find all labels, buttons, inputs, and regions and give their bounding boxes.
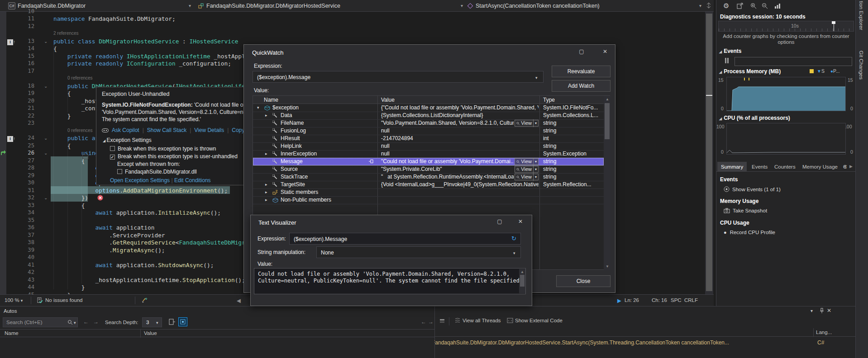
watch-row--exception[interactable]: ▾$exception{"Could not load file or asse…	[253, 104, 604, 112]
column-header-type[interactable]: Type	[539, 96, 604, 104]
zoom-level-dropdown[interactable]: 100 % ▾	[5, 297, 23, 303]
code-lens-references[interactable]: 2 references	[0, 30, 704, 38]
events-section-header[interactable]: ◢Events	[719, 48, 742, 54]
call-stack-frame-row[interactable]: FandaqahSuite.DbMigrator.DbMigratorHoste…	[434, 338, 868, 347]
pin-icon[interactable]	[368, 159, 374, 164]
scroll-down-icon[interactable]: ▼	[606, 264, 609, 268]
column-indicator[interactable]: Ch: 16	[652, 297, 667, 303]
hscroll-right-icon[interactable]: ▶	[617, 297, 621, 304]
autos-pane-title[interactable]: Autos	[4, 308, 17, 314]
events-swimlane[interactable]	[734, 57, 852, 66]
code-line-11[interactable]: 11namespace FandaqahSuite.DbMigrator;	[0, 15, 704, 23]
view-all-threads-button[interactable]: View all Threads	[454, 317, 501, 324]
legend-p-icon[interactable]: ●P...	[830, 68, 839, 74]
track-selection-icon[interactable]	[178, 317, 187, 326]
code-cleanup-icon[interactable]	[141, 298, 148, 303]
add-watch-button[interactable]: Add Watch	[552, 80, 610, 92]
pane-nav-right-icon[interactable]: →	[428, 319, 434, 325]
watch-row-non-public-members[interactable]: ▸Non-Public members	[253, 196, 604, 204]
visualizer-dropdown-icon[interactable]: ▾	[533, 165, 538, 173]
inheritance-glyph-icon[interactable]: I↑	[7, 38, 15, 45]
module-exclusion-checkbox[interactable]: FandaqahSuite.DbMigrator.dll	[117, 169, 197, 175]
expander-closed-icon[interactable]: ▸	[265, 188, 270, 196]
editor-vscrollbar[interactable]	[705, 12, 713, 294]
line-indicator[interactable]: Ln: 26	[625, 297, 639, 303]
pin-column-icon[interactable]	[168, 318, 176, 325]
watch-row-data[interactable]: ▸Data{System.Collections.ListDictionaryI…	[253, 112, 604, 119]
break-when-thrown-checkbox[interactable]: Break when this exception type is thrown	[110, 146, 216, 152]
open-exception-settings-link[interactable]: Open Exception Settings	[110, 177, 170, 184]
close-icon[interactable]: ✕	[517, 218, 524, 226]
refresh-icon[interactable]: ↻	[511, 235, 516, 242]
watch-row-static-members[interactable]: ▸Static members	[253, 188, 604, 196]
autos-value-header[interactable]: Value	[144, 330, 157, 336]
sidetab-solution-explorer[interactable]: tion Explorer	[858, 1, 864, 30]
view-visualizer-button[interactable]: View▾	[515, 120, 539, 127]
inheritance-glyph-icon[interactable]: I↑	[7, 135, 15, 142]
pause-icon[interactable]	[725, 58, 729, 63]
watch-table-scrollbar[interactable]: ▲ ▼	[604, 96, 610, 270]
memory-graph[interactable]	[726, 77, 846, 111]
maximize-icon[interactable]: ▢	[578, 48, 585, 56]
timeline-ruler[interactable]: 10s	[718, 21, 854, 32]
chevron-down-icon[interactable]: ▾	[513, 251, 515, 255]
close-icon[interactable]: ✕	[601, 48, 609, 56]
reevaluate-button[interactable]: Reevaluate	[552, 66, 610, 77]
show-call-stack-link[interactable]: Show Call Stack	[147, 127, 186, 133]
watch-row-stacktrace[interactable]: StackTrace" at System.Reflection.Runtime…	[253, 173, 604, 181]
error-icon[interactable]	[97, 195, 103, 201]
sidetab-git-changes[interactable]: Git Changes	[858, 51, 864, 80]
ask-copilot-link[interactable]: Ask Copilot	[112, 127, 139, 133]
edit-conditions-link[interactable]: Edit Conditions	[174, 177, 211, 184]
string-manipulation-dropdown[interactable]: None ▾	[316, 246, 521, 258]
health-indicator-icon[interactable]	[37, 297, 43, 303]
eol-indicator[interactable]: CRLF	[684, 297, 698, 303]
exception-settings-header[interactable]: ◢ Exception Settings	[103, 137, 152, 143]
watch-row-message[interactable]: Message"Could not load file or assembly …	[253, 158, 604, 165]
visualizer-dropdown-icon[interactable]: ▾	[533, 119, 538, 127]
break-when-user-unhandled-checkbox[interactable]: ✓Break when this exception type is user-…	[110, 153, 238, 160]
view-visualizer-button[interactable]: View▾	[515, 166, 539, 173]
hscroll-left-icon[interactable]: ◀	[237, 297, 241, 304]
watch-row-innerexception[interactable]: ▸InnerExceptionnullSystem.Exception	[253, 150, 604, 158]
zoom-out-icon[interactable]	[762, 3, 768, 9]
maximize-icon[interactable]: ▢	[496, 218, 503, 226]
search-prev-icon[interactable]: ←	[83, 319, 89, 325]
cpu-graph[interactable]	[726, 123, 846, 155]
tab-memory-usage[interactable]: Memory Usage	[799, 162, 841, 172]
record-cpu-profile-link[interactable]: ● Record CPU Profile	[724, 230, 775, 235]
memory-section-header[interactable]: ◢Process Memory (MB)	[719, 68, 781, 75]
pin-icon[interactable]	[819, 308, 825, 314]
column-header-value[interactable]: Value	[377, 96, 539, 104]
snapshot-marker-icon[interactable]	[810, 69, 814, 73]
collapsed-region-ellipsis[interactable]: …	[82, 155, 88, 159]
close-icon[interactable]: ✕	[827, 307, 831, 314]
chevron-down-icon[interactable]: ▾	[74, 320, 76, 325]
cpu-section-header[interactable]: ◢CPU (% of all processors)	[719, 115, 790, 121]
window-position-icon[interactable]: ▾	[811, 308, 813, 313]
tv-expression-field[interactable]: ($exception).Message ↻	[289, 233, 521, 245]
expander-closed-icon[interactable]: ▸	[265, 181, 270, 188]
reset-view-icon[interactable]	[774, 3, 781, 9]
legend-s-icon[interactable]: ▼S	[817, 68, 825, 74]
visualizer-dropdown-icon[interactable]: ▾	[533, 158, 538, 165]
autos-name-header[interactable]: Name	[5, 330, 19, 336]
tab-scroll-left-icon[interactable]: ◀	[843, 164, 846, 169]
watch-row-fusionlog[interactable]: FusionLognullstring	[253, 127, 604, 135]
chevron-down-icon[interactable]: ▾	[535, 75, 538, 80]
export-icon[interactable]	[737, 3, 743, 9]
search-depth-dropdown[interactable]: 3 ▾	[142, 317, 162, 327]
column-header-name[interactable]: Name	[253, 96, 377, 104]
watch-row-helplink[interactable]: HelpLinknullstring	[253, 142, 604, 150]
tv-text-area[interactable]: Could not load file or assembly 'Volo.Pa…	[254, 268, 526, 294]
view-visualizer-button[interactable]: View▾	[515, 158, 539, 165]
split-editor-icon[interactable]	[706, 2, 712, 9]
lang-column-header[interactable]: Lang...	[816, 330, 832, 335]
code-line-13[interactable]: 13⌄public class DbMigratorHostedService …	[0, 38, 704, 45]
expander-closed-icon[interactable]: ▸	[265, 112, 270, 119]
view-visualizer-button[interactable]: View▾	[515, 174, 539, 180]
scroll-up-icon[interactable]: ▲	[606, 97, 609, 101]
quickwatch-close-button[interactable]: Close	[556, 275, 610, 287]
tab-events[interactable]: Events	[748, 162, 771, 172]
stack-frames-icon[interactable]	[439, 318, 445, 325]
